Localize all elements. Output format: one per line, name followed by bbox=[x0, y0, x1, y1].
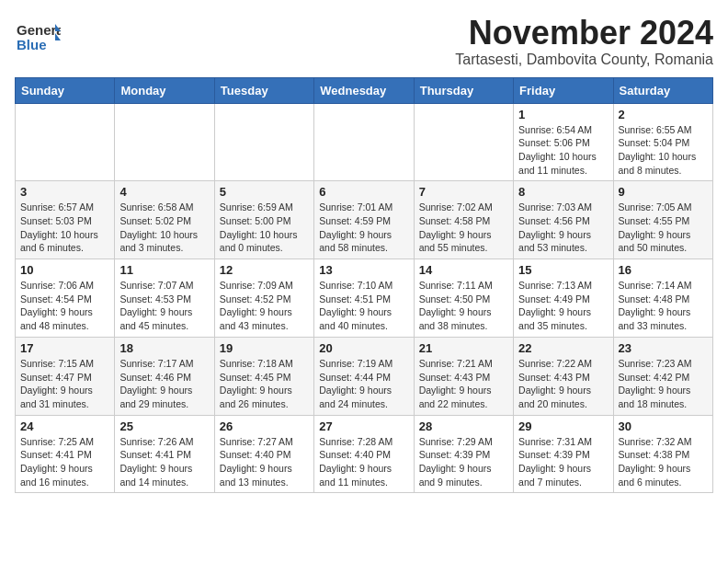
day-info: Sunrise: 7:26 AMSunset: 4:41 PMDaylight:… bbox=[119, 435, 209, 489]
calendar-day-cell: 28Sunrise: 7:29 AMSunset: 4:39 PMDayligh… bbox=[414, 415, 513, 493]
day-of-week-header: Wednesday bbox=[314, 77, 414, 103]
location-subtitle: Tartasesti, Dambovita County, Romania bbox=[455, 52, 713, 68]
calendar-day-cell: 20Sunrise: 7:19 AMSunset: 4:44 PMDayligh… bbox=[314, 337, 414, 415]
calendar-day-cell: 23Sunrise: 7:23 AMSunset: 4:42 PMDayligh… bbox=[613, 337, 712, 415]
day-number: 19 bbox=[220, 341, 309, 355]
day-info: Sunrise: 7:28 AMSunset: 4:40 PMDaylight:… bbox=[319, 435, 408, 489]
calendar-day-cell: 9Sunrise: 7:05 AMSunset: 4:55 PMDaylight… bbox=[613, 181, 712, 259]
day-info: Sunrise: 6:55 AMSunset: 5:04 PMDaylight:… bbox=[619, 123, 708, 178]
calendar-day-cell: 5Sunrise: 6:59 AMSunset: 5:00 PMDaylight… bbox=[214, 181, 313, 259]
day-number: 13 bbox=[319, 263, 408, 277]
day-info: Sunrise: 6:59 AMSunset: 5:00 PMDaylight:… bbox=[220, 201, 309, 255]
day-number: 26 bbox=[220, 419, 309, 433]
day-number: 6 bbox=[319, 185, 408, 199]
day-info: Sunrise: 7:07 AMSunset: 4:53 PMDaylight:… bbox=[119, 279, 209, 333]
svg-text:General: General bbox=[17, 22, 61, 38]
day-number: 15 bbox=[518, 263, 608, 277]
calendar-day-cell: 6Sunrise: 7:01 AMSunset: 4:59 PMDaylight… bbox=[314, 181, 414, 259]
calendar-day-cell: 21Sunrise: 7:21 AMSunset: 4:43 PMDayligh… bbox=[414, 337, 513, 415]
calendar-day-cell: 22Sunrise: 7:22 AMSunset: 4:43 PMDayligh… bbox=[514, 337, 613, 415]
day-info: Sunrise: 7:27 AMSunset: 4:40 PMDaylight:… bbox=[220, 435, 309, 489]
day-info: Sunrise: 7:29 AMSunset: 4:39 PMDaylight:… bbox=[419, 435, 508, 489]
day-of-week-header: Thursday bbox=[414, 77, 513, 103]
calendar-day-cell: 16Sunrise: 7:14 AMSunset: 4:48 PMDayligh… bbox=[613, 259, 712, 338]
day-number: 16 bbox=[619, 263, 708, 277]
day-number: 5 bbox=[220, 185, 309, 199]
day-info: Sunrise: 6:57 AMSunset: 5:03 PMDaylight:… bbox=[20, 201, 109, 255]
calendar-day-cell: 14Sunrise: 7:11 AMSunset: 4:50 PMDayligh… bbox=[414, 259, 513, 338]
day-info: Sunrise: 7:09 AMSunset: 4:52 PMDaylight:… bbox=[220, 279, 309, 333]
day-info: Sunrise: 7:23 AMSunset: 4:42 PMDaylight:… bbox=[619, 357, 708, 411]
day-number: 24 bbox=[20, 419, 109, 433]
calendar-week-row: 1Sunrise: 6:54 AMSunset: 5:06 PMDaylight… bbox=[16, 103, 713, 181]
day-number: 4 bbox=[119, 185, 209, 199]
day-number: 1 bbox=[518, 108, 608, 121]
calendar-week-row: 10Sunrise: 7:06 AMSunset: 4:54 PMDayligh… bbox=[16, 259, 713, 338]
day-number: 25 bbox=[119, 419, 209, 433]
calendar-header-row: SundayMondayTuesdayWednesdayThursdayFrid… bbox=[16, 77, 713, 103]
day-number: 20 bbox=[319, 341, 408, 355]
day-info: Sunrise: 7:18 AMSunset: 4:45 PMDaylight:… bbox=[220, 357, 309, 411]
day-info: Sunrise: 7:31 AMSunset: 4:39 PMDaylight:… bbox=[518, 435, 608, 489]
day-info: Sunrise: 7:32 AMSunset: 4:38 PMDaylight:… bbox=[619, 435, 708, 489]
calendar-week-row: 3Sunrise: 6:57 AMSunset: 5:03 PMDaylight… bbox=[16, 181, 713, 259]
logo: General Blue bbox=[15, 15, 63, 61]
day-info: Sunrise: 7:15 AMSunset: 4:47 PMDaylight:… bbox=[20, 357, 109, 411]
calendar-day-cell: 27Sunrise: 7:28 AMSunset: 4:40 PMDayligh… bbox=[314, 415, 414, 493]
day-number: 22 bbox=[518, 341, 608, 355]
day-number: 7 bbox=[419, 185, 508, 199]
calendar-week-row: 17Sunrise: 7:15 AMSunset: 4:47 PMDayligh… bbox=[16, 337, 713, 415]
day-info: Sunrise: 7:06 AMSunset: 4:54 PMDaylight:… bbox=[20, 279, 109, 333]
page-header: General Blue November 2024 Tartasesti, D… bbox=[15, 15, 713, 68]
day-number: 23 bbox=[619, 341, 708, 355]
day-number: 10 bbox=[20, 263, 109, 277]
day-number: 17 bbox=[20, 341, 109, 355]
calendar-day-cell: 24Sunrise: 7:25 AMSunset: 4:41 PMDayligh… bbox=[16, 415, 115, 493]
day-info: Sunrise: 7:10 AMSunset: 4:51 PMDaylight:… bbox=[319, 279, 408, 333]
calendar-day-cell: 3Sunrise: 6:57 AMSunset: 5:03 PMDaylight… bbox=[16, 181, 115, 259]
day-info: Sunrise: 7:03 AMSunset: 4:56 PMDaylight:… bbox=[518, 201, 608, 255]
day-info: Sunrise: 7:13 AMSunset: 4:49 PMDaylight:… bbox=[518, 279, 608, 333]
title-area: November 2024 Tartasesti, Dambovita Coun… bbox=[455, 15, 713, 68]
calendar-table: SundayMondayTuesdayWednesdayThursdayFrid… bbox=[15, 77, 713, 494]
calendar-day-cell bbox=[214, 103, 313, 181]
calendar-day-cell: 10Sunrise: 7:06 AMSunset: 4:54 PMDayligh… bbox=[16, 259, 115, 338]
day-info: Sunrise: 7:14 AMSunset: 4:48 PMDaylight:… bbox=[619, 279, 708, 333]
calendar-day-cell bbox=[115, 103, 214, 181]
day-info: Sunrise: 6:54 AMSunset: 5:06 PMDaylight:… bbox=[518, 123, 608, 178]
calendar-day-cell bbox=[16, 103, 115, 181]
day-number: 30 bbox=[619, 419, 708, 433]
calendar-day-cell bbox=[314, 103, 414, 181]
day-of-week-header: Sunday bbox=[16, 77, 115, 103]
calendar-day-cell: 13Sunrise: 7:10 AMSunset: 4:51 PMDayligh… bbox=[314, 259, 414, 338]
calendar-day-cell: 30Sunrise: 7:32 AMSunset: 4:38 PMDayligh… bbox=[613, 415, 712, 493]
day-of-week-header: Saturday bbox=[613, 77, 712, 103]
day-info: Sunrise: 6:58 AMSunset: 5:02 PMDaylight:… bbox=[119, 201, 209, 255]
day-info: Sunrise: 7:19 AMSunset: 4:44 PMDaylight:… bbox=[319, 357, 408, 411]
day-of-week-header: Tuesday bbox=[214, 77, 313, 103]
calendar-day-cell: 19Sunrise: 7:18 AMSunset: 4:45 PMDayligh… bbox=[214, 337, 313, 415]
day-info: Sunrise: 7:17 AMSunset: 4:46 PMDaylight:… bbox=[119, 357, 209, 411]
day-number: 28 bbox=[419, 419, 508, 433]
calendar-week-row: 24Sunrise: 7:25 AMSunset: 4:41 PMDayligh… bbox=[16, 415, 713, 493]
day-number: 2 bbox=[619, 108, 708, 121]
calendar-day-cell: 12Sunrise: 7:09 AMSunset: 4:52 PMDayligh… bbox=[214, 259, 313, 338]
day-info: Sunrise: 7:22 AMSunset: 4:43 PMDaylight:… bbox=[518, 357, 608, 411]
calendar-day-cell bbox=[414, 103, 513, 181]
calendar-day-cell: 29Sunrise: 7:31 AMSunset: 4:39 PMDayligh… bbox=[514, 415, 613, 493]
calendar-day-cell: 4Sunrise: 6:58 AMSunset: 5:02 PMDaylight… bbox=[115, 181, 214, 259]
day-number: 18 bbox=[119, 341, 209, 355]
svg-text:Blue: Blue bbox=[17, 37, 47, 52]
day-number: 21 bbox=[419, 341, 508, 355]
calendar-day-cell: 1Sunrise: 6:54 AMSunset: 5:06 PMDaylight… bbox=[514, 103, 613, 181]
calendar-day-cell: 15Sunrise: 7:13 AMSunset: 4:49 PMDayligh… bbox=[514, 259, 613, 338]
day-number: 8 bbox=[518, 185, 608, 199]
day-info: Sunrise: 7:25 AMSunset: 4:41 PMDaylight:… bbox=[20, 435, 109, 489]
day-of-week-header: Friday bbox=[514, 77, 613, 103]
day-number: 27 bbox=[319, 419, 408, 433]
day-number: 11 bbox=[119, 263, 209, 277]
calendar-day-cell: 2Sunrise: 6:55 AMSunset: 5:04 PMDaylight… bbox=[613, 103, 712, 181]
calendar-day-cell: 7Sunrise: 7:02 AMSunset: 4:58 PMDaylight… bbox=[414, 181, 513, 259]
month-title: November 2024 bbox=[455, 15, 713, 52]
calendar-day-cell: 8Sunrise: 7:03 AMSunset: 4:56 PMDaylight… bbox=[514, 181, 613, 259]
